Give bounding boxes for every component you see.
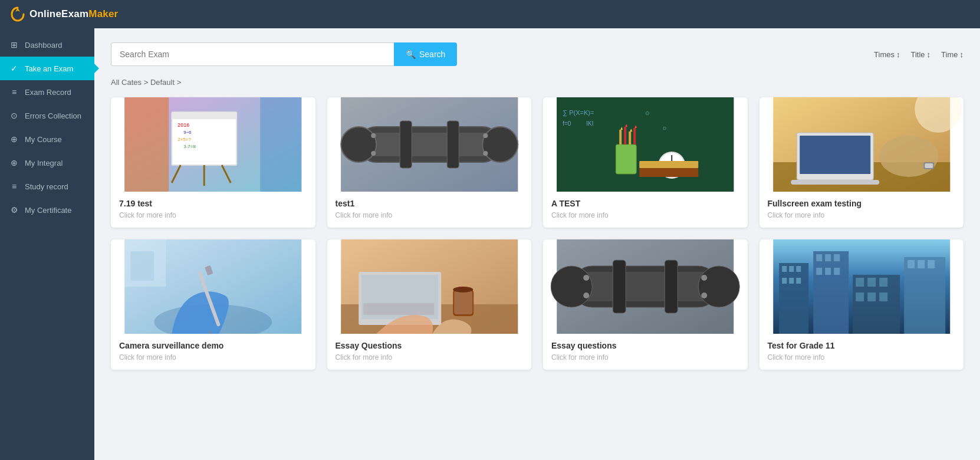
card-fullscreen-title: Fullscreen exam testing	[768, 199, 956, 208]
sidebar-item-label: My Certificate	[25, 206, 71, 215]
svg-point-74	[551, 266, 592, 307]
card-719-test-sub: Click for more info	[119, 211, 307, 219]
svg-rect-91	[816, 254, 822, 261]
sidebar-item-label: My Course	[25, 135, 62, 144]
sidebar-item-my-course[interactable]: ⊕ My Course	[0, 127, 94, 151]
sort-times-icon: ↕	[896, 50, 900, 59]
sort-times[interactable]: Times ↕	[874, 50, 900, 59]
card-test-grade-image	[759, 239, 964, 334]
svg-rect-103	[879, 293, 887, 301]
sort-time[interactable]: Time ↕	[941, 50, 963, 59]
sort-time-icon: ↕	[960, 50, 964, 59]
card-719-test-body: 7.19 test Click for more info	[111, 192, 315, 228]
card-essay-questions[interactable]: Essay Questions Click for more info	[327, 239, 532, 370]
errors-icon: ⊙	[9, 111, 19, 120]
svg-rect-46	[639, 161, 698, 168]
logo: OnlineExamMaker	[9, 6, 118, 22]
main-content: 🔍 Search Times ↕ Title ↕ Time ↕	[94, 28, 980, 460]
integral-icon: ⊕	[9, 158, 19, 167]
svg-text:9÷6: 9÷6	[183, 130, 192, 135]
svg-point-79	[583, 293, 589, 298]
certificate-icon: ⚙	[9, 205, 19, 215]
svg-rect-92	[825, 254, 831, 261]
svg-rect-67	[363, 303, 434, 315]
svg-rect-105	[907, 260, 915, 268]
card-719-test[interactable]: 2016 9÷6 2×5=? 3-7=8 7.19 test Click for…	[111, 97, 315, 228]
sort-title[interactable]: Title ↕	[911, 50, 931, 59]
svg-rect-87	[782, 278, 787, 284]
sidebar-item-label: Exam Record	[25, 88, 71, 97]
search-input[interactable]	[111, 42, 394, 66]
sidebar: ⊞ Dashboard ✓ Take an Exam ≡ Exam Record…	[0, 28, 94, 460]
sidebar-item-label: Take an Exam	[25, 64, 73, 73]
card-a-test-title: A TEST	[551, 199, 739, 208]
card-essay-questions-2-sub: Click for more info	[551, 353, 739, 362]
card-essay-questions-body: Essay Questions Click for more info	[327, 334, 532, 370]
card-test-grade-sub: Click for more info	[768, 353, 956, 362]
card-camera-body: Camera surveillance demo Click for more …	[111, 334, 315, 370]
svg-rect-95	[825, 268, 831, 275]
layout: ⊞ Dashboard ✓ Take an Exam ≡ Exam Record…	[0, 28, 980, 460]
breadcrumb-default[interactable]: Default	[150, 78, 175, 87]
svg-text:IKI: IKI	[586, 120, 593, 127]
svg-rect-11	[124, 97, 169, 192]
card-719-test-title: 7.19 test	[119, 199, 307, 208]
sidebar-item-label: My Integral	[25, 159, 63, 167]
svg-point-17	[341, 127, 376, 162]
svg-point-18	[482, 127, 518, 162]
svg-point-24	[483, 151, 488, 156]
svg-rect-98	[856, 278, 864, 287]
sidebar-item-study-record[interactable]: ≡ Study record	[0, 175, 94, 198]
sidebar-item-exam-record[interactable]: ≡ Exam Record	[0, 80, 94, 104]
svg-rect-3	[172, 112, 236, 119]
svg-rect-104	[904, 257, 945, 334]
svg-point-52	[879, 136, 938, 177]
study-icon: ≡	[9, 182, 19, 191]
card-essay-questions-sub: Click for more info	[336, 353, 524, 362]
svg-rect-77	[665, 260, 678, 313]
svg-point-81	[701, 293, 707, 298]
svg-rect-101	[856, 293, 864, 301]
card-a-test-body: A TEST Click for more info	[543, 192, 748, 228]
card-camera-title: Camera surveillance demo	[119, 341, 307, 350]
svg-rect-45	[639, 168, 698, 177]
card-test1-sub: Click for more info	[336, 211, 524, 219]
svg-point-23	[483, 133, 488, 138]
svg-rect-90	[813, 251, 849, 334]
svg-rect-93	[834, 254, 840, 261]
card-a-test[interactable]: ∑ P(X=K)= f=0 IKI ⊙ D	[543, 97, 748, 228]
svg-rect-83	[779, 263, 808, 334]
sidebar-item-take-exam[interactable]: ✓ Take an Exam	[0, 57, 94, 80]
course-icon: ⊕	[9, 134, 19, 144]
svg-rect-86	[796, 266, 801, 272]
svg-point-80	[701, 275, 707, 281]
search-button[interactable]: 🔍 Search	[394, 42, 457, 66]
svg-rect-100	[879, 278, 887, 287]
sidebar-item-errors-collection[interactable]: ⊙ Errors Collection	[0, 104, 94, 127]
sidebar-item-my-certificate[interactable]: ⚙ My Certificate	[0, 198, 94, 222]
breadcrumb-all-cates[interactable]: All Cates	[111, 78, 142, 87]
card-essay-questions-2[interactable]: Essay questions Click for more info	[543, 239, 748, 370]
card-test1[interactable]: test1 Click for more info	[327, 97, 532, 228]
svg-point-78	[583, 275, 589, 281]
sidebar-item-my-integral[interactable]: ⊕ My Integral	[0, 151, 94, 175]
card-fullscreen[interactable]: Fullscreen exam testing Click for more i…	[759, 97, 964, 228]
svg-rect-51	[791, 180, 879, 185]
logo-text: OnlineExamMaker	[29, 8, 118, 20]
card-fullscreen-image	[759, 97, 964, 192]
svg-text:⊙: ⊙	[645, 110, 650, 116]
sort-times-label: Times	[874, 50, 895, 59]
sidebar-item-dashboard[interactable]: ⊞ Dashboard	[0, 33, 94, 57]
topbar: OnlineExamMaker	[0, 0, 980, 28]
sort-options: Times ↕ Title ↕ Time ↕	[874, 50, 963, 59]
card-essay-questions-title: Essay Questions	[336, 341, 524, 350]
sort-title-label: Title	[911, 50, 925, 59]
card-test-grade-title: Test for Grade 11	[768, 341, 956, 350]
card-test-grade[interactable]: Test for Grade 11 Click for more info	[759, 239, 964, 370]
svg-text:∑ P(X=K)=: ∑ P(X=K)=	[563, 109, 594, 117]
svg-rect-85	[789, 266, 794, 272]
svg-text:3-7=8: 3-7=8	[183, 144, 196, 149]
card-camera[interactable]: Camera surveillance demo Click for more …	[111, 239, 315, 370]
svg-rect-88	[789, 278, 794, 284]
card-test-grade-body: Test for Grade 11 Click for more info	[759, 334, 964, 370]
